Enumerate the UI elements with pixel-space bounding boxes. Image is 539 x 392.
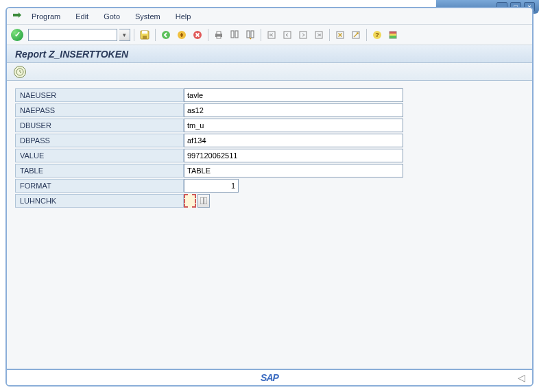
svg-rect-7: [217, 32, 221, 34]
field-luhnchk: LUHNCHK: [15, 193, 524, 208]
label-dbpass: DBPASS: [15, 134, 184, 147]
back-button[interactable]: [159, 28, 173, 42]
input-dbuser[interactable]: [184, 119, 403, 132]
label-dbuser: DBUSER: [15, 119, 184, 132]
field-dbpass: DBPASS: [15, 133, 524, 148]
separator: [208, 29, 208, 41]
menu-help[interactable]: Help: [169, 10, 198, 23]
svg-rect-14: [284, 32, 291, 38]
menu-edit-label: Edit: [75, 12, 88, 21]
menu-edit[interactable]: Edit: [69, 10, 95, 23]
help-button[interactable]: ?: [370, 28, 384, 42]
separator: [366, 29, 367, 41]
field-naeuser: NAEUSER: [15, 88, 524, 103]
menu-goto[interactable]: Goto: [97, 10, 127, 23]
input-format[interactable]: [184, 179, 239, 193]
report-title-text: Report Z_INSERTTOKEN: [15, 49, 128, 60]
input-dbpass[interactable]: [184, 134, 403, 147]
cancel-button[interactable]: [191, 28, 204, 42]
generate-shortcut-button[interactable]: [349, 28, 363, 42]
svg-rect-11: [247, 31, 250, 38]
svg-text:?: ?: [375, 32, 379, 38]
save-button[interactable]: [138, 28, 152, 42]
sap-logo: SAP: [261, 372, 278, 383]
statusbar: SAP ◁: [7, 369, 532, 385]
command-dropdown[interactable]: ▾: [119, 29, 130, 41]
menu-system-label: System: [135, 12, 160, 21]
field-table: TABLE: [15, 163, 524, 178]
command-field[interactable]: [28, 29, 117, 41]
menu-indicator-icon[interactable]: [11, 10, 23, 23]
label-naeuser: NAEUSER: [15, 88, 184, 102]
layout-button[interactable]: [386, 28, 400, 42]
statusbar-back-icon[interactable]: ◁: [518, 372, 525, 383]
field-format: FORMAT: [15, 178, 524, 193]
selection-screen: NAEUSER NAEPASS DBUSER DBPASS VALUE TABL…: [7, 81, 532, 369]
menu-help-label: Help: [176, 12, 191, 21]
svg-rect-27: [204, 197, 207, 204]
new-session-button[interactable]: [333, 28, 347, 42]
field-value: VALUE: [15, 148, 524, 163]
label-luhnchk: LUHNCHK: [15, 194, 184, 208]
first-page-button[interactable]: [265, 28, 278, 42]
app-toolbar: [7, 63, 532, 81]
label-format: FORMAT: [15, 179, 184, 193]
separator: [329, 29, 330, 41]
svg-rect-24: [390, 36, 396, 38]
input-luhnchk[interactable]: [184, 194, 196, 208]
label-value: VALUE: [15, 149, 184, 162]
svg-rect-12: [251, 31, 254, 38]
svg-rect-15: [300, 32, 307, 38]
svg-rect-10: [235, 31, 238, 38]
svg-rect-26: [200, 197, 204, 204]
input-table[interactable]: [184, 164, 403, 177]
exit-button[interactable]: [175, 28, 189, 42]
input-naeuser[interactable]: [184, 88, 403, 102]
find-button[interactable]: [228, 28, 241, 42]
label-table: TABLE: [15, 164, 184, 177]
svg-rect-16: [315, 32, 322, 38]
luhn-wrapper: [184, 194, 210, 208]
menu-program-label: Program: [32, 12, 60, 21]
svg-rect-13: [268, 32, 275, 38]
label-naepass: NAEPASS: [15, 103, 184, 117]
chevron-down-icon: ▾: [123, 32, 126, 38]
last-page-button[interactable]: [312, 28, 326, 42]
find-next-button[interactable]: [243, 28, 257, 42]
enter-button[interactable]: ✓: [11, 29, 23, 41]
menu-program[interactable]: Program: [25, 10, 67, 23]
separator: [261, 29, 261, 41]
menu-system[interactable]: System: [128, 10, 167, 23]
check-icon: ✓: [11, 29, 23, 41]
field-naepass: NAEPASS: [15, 103, 524, 118]
menu-goto-label: Goto: [104, 12, 120, 21]
input-value[interactable]: [184, 149, 403, 162]
execute-button[interactable]: [14, 66, 26, 78]
input-naepass[interactable]: [184, 103, 403, 117]
svg-rect-23: [390, 34, 396, 36]
menubar: Program Edit Goto System Help: [7, 8, 532, 25]
field-dbuser: DBUSER: [15, 118, 524, 133]
svg-rect-1: [142, 31, 147, 34]
report-title-bar: Report Z_INSERTTOKEN: [7, 45, 532, 63]
value-help-button[interactable]: [197, 194, 210, 208]
svg-point-3: [162, 31, 170, 39]
svg-rect-22: [390, 32, 396, 34]
prev-page-button[interactable]: [280, 28, 294, 42]
separator: [155, 29, 156, 41]
svg-rect-8: [217, 36, 221, 38]
app-frame: Program Edit Goto System Help ✓ ▾ ? R: [5, 7, 534, 387]
print-button[interactable]: [212, 28, 226, 42]
next-page-button[interactable]: [296, 28, 310, 42]
toolbar: ✓ ▾ ?: [7, 25, 532, 45]
svg-rect-9: [231, 31, 234, 38]
separator: [134, 29, 134, 41]
svg-rect-2: [143, 36, 147, 39]
